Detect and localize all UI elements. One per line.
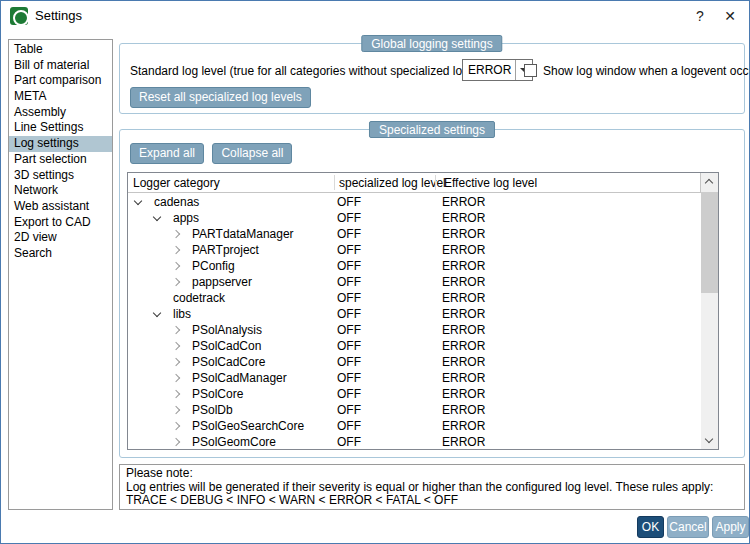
logger-category-label: PARTdataManager [192,226,294,242]
sidebar-item-part-comparison[interactable]: Part comparison [9,73,112,89]
tree-row-psoldb[interactable]: PSolDbOFFERROR [128,402,701,418]
tree-row-cadenas[interactable]: cadenasOFFERROR [128,194,701,210]
scrollbar-thumb[interactable] [701,192,718,293]
specialized-group-title: Specialized settings [369,121,495,138]
specialized-log-level-value[interactable]: OFF [337,226,361,242]
tree-row-psolgeomcore[interactable]: PSolGeomCoreOFFERROR [128,434,701,450]
tree-row-psolgeosearchcore[interactable]: PSolGeoSearchCoreOFFERROR [128,418,701,434]
sidebar-item-3d-settings[interactable]: 3D settings [9,168,112,184]
scroll-up-icon[interactable] [701,173,718,190]
column-effective-log-level[interactable]: Effective log level [444,176,537,190]
tree-row-psolcadmanager[interactable]: PSolCadManagerOFFERROR [128,370,701,386]
sidebar-item-part-selection[interactable]: Part selection [9,152,112,168]
note-line: TRACE < DEBUG < INFO < WARN < ERROR < FA… [126,494,738,508]
effective-log-level-value: ERROR [442,258,485,274]
settings-dialog: Settings ? ✕ TableBill of materialPart c… [0,0,750,544]
tree-row-partdatamanager[interactable]: PARTdataManagerOFFERROR [128,226,701,242]
effective-log-level-value: ERROR [442,322,485,338]
logger-category-label: PSolGeomCore [192,434,276,450]
chevron-down-icon[interactable] [154,310,161,317]
effective-log-level-value: ERROR [442,434,485,450]
logger-category-label: PARTproject [192,242,259,258]
tree-row-psolanalysis[interactable]: PSolAnalysisOFFERROR [128,322,701,338]
column-specialized-log-level[interactable]: specialized log level [339,176,446,190]
logger-category-label: PSolCore [192,386,243,402]
sidebar-item-table[interactable]: Table [9,42,112,58]
reset-specialized-levels-button[interactable]: Reset all specialized log levels [130,87,311,108]
sidebar-item-assembly[interactable]: Assembly [9,105,112,121]
specialized-log-level-value[interactable]: OFF [337,338,361,354]
tree-row-pconfig[interactable]: PConfigOFFERROR [128,258,701,274]
tree-row-pappserver[interactable]: pappserverOFFERROR [128,274,701,290]
chevron-right-icon[interactable] [173,262,180,269]
chevron-right-icon[interactable] [173,422,180,429]
effective-log-level-value: ERROR [442,418,485,434]
specialized-log-level-value[interactable]: OFF [337,258,361,274]
sidebar-item-log-settings[interactable]: Log settings [9,136,112,152]
tree-row-libs[interactable]: libsOFFERROR [128,306,701,322]
vertical-scrollbar[interactable] [701,173,718,449]
chevron-right-icon[interactable] [173,246,180,253]
sidebar-item-meta[interactable]: META [9,89,112,105]
help-button[interactable]: ? [689,6,711,26]
column-logger-category[interactable]: Logger category [133,176,220,190]
global-logging-settings-group: Global logging settings Standard log lev… [119,43,745,114]
chevron-right-icon[interactable] [173,342,180,349]
effective-log-level-value: ERROR [442,210,485,226]
specialized-log-level-value[interactable]: OFF [337,402,361,418]
chevron-right-icon[interactable] [173,406,180,413]
logger-category-label: PSolDb [192,402,233,418]
specialized-log-level-value[interactable]: OFF [337,306,361,322]
chevron-right-icon[interactable] [173,326,180,333]
specialized-log-level-value[interactable]: OFF [337,194,361,210]
expand-all-button[interactable]: Expand all [130,143,204,164]
collapse-all-button[interactable]: Collapse all [212,143,292,164]
chevron-right-icon[interactable] [173,358,180,365]
ok-button[interactable]: OK [637,516,664,538]
specialized-log-level-value[interactable]: OFF [337,386,361,402]
effective-log-level-value: ERROR [442,226,485,242]
sidebar-item-bill-of-material[interactable]: Bill of material [9,58,112,74]
global-group-title: Global logging settings [361,35,502,52]
logger-category-label: codetrack [173,290,225,306]
specialized-log-level-value[interactable]: OFF [337,370,361,386]
effective-log-level-value: ERROR [442,338,485,354]
close-icon[interactable]: ✕ [719,6,741,26]
chevron-right-icon[interactable] [173,278,180,285]
tree-row-codetrack[interactable]: codetrackOFFERROR [128,290,701,306]
sidebar-item-line-settings[interactable]: Line Settings [9,120,112,136]
specialized-log-level-value[interactable]: OFF [337,290,361,306]
effective-log-level-value: ERROR [442,354,485,370]
chevron-right-icon[interactable] [173,438,180,445]
sidebar-item-export-to-cad[interactable]: Export to CAD [9,215,112,231]
specialized-log-level-value[interactable]: OFF [337,242,361,258]
show-log-window-checkbox[interactable] [524,64,537,77]
window-title: Settings [35,8,82,23]
standard-log-level-select[interactable]: ERROR [462,59,533,81]
effective-log-level-value: ERROR [442,290,485,306]
specialized-log-level-value[interactable]: OFF [337,354,361,370]
specialized-log-level-value[interactable]: OFF [337,210,361,226]
specialized-log-level-value[interactable]: OFF [337,322,361,338]
cancel-button[interactable]: Cancel [667,516,709,538]
tree-row-apps[interactable]: appsOFFERROR [128,210,701,226]
tree-row-psolcadcon[interactable]: PSolCadConOFFERROR [128,338,701,354]
apply-button[interactable]: Apply [712,516,749,538]
chevron-right-icon[interactable] [173,374,180,381]
tree-row-partproject[interactable]: PARTprojectOFFERROR [128,242,701,258]
tree-row-psolcadcore[interactable]: PSolCadCoreOFFERROR [128,354,701,370]
chevron-down-icon[interactable] [135,198,142,205]
chevron-down-icon[interactable] [154,214,161,221]
sidebar-item-network[interactable]: Network [9,183,112,199]
chevron-right-icon[interactable] [173,230,180,237]
scroll-down-icon[interactable] [701,432,718,449]
sidebar-item-2d-view[interactable]: 2D view [9,230,112,246]
chevron-right-icon[interactable] [173,390,180,397]
tree-row-psolcore[interactable]: PSolCoreOFFERROR [128,386,701,402]
sidebar-item-search[interactable]: Search [9,246,112,262]
note-line: Please note: [126,467,738,481]
specialized-log-level-value[interactable]: OFF [337,418,361,434]
specialized-log-level-value[interactable]: OFF [337,274,361,290]
specialized-log-level-value[interactable]: OFF [337,434,361,450]
sidebar-item-web-assistant[interactable]: Web assistant [9,199,112,215]
